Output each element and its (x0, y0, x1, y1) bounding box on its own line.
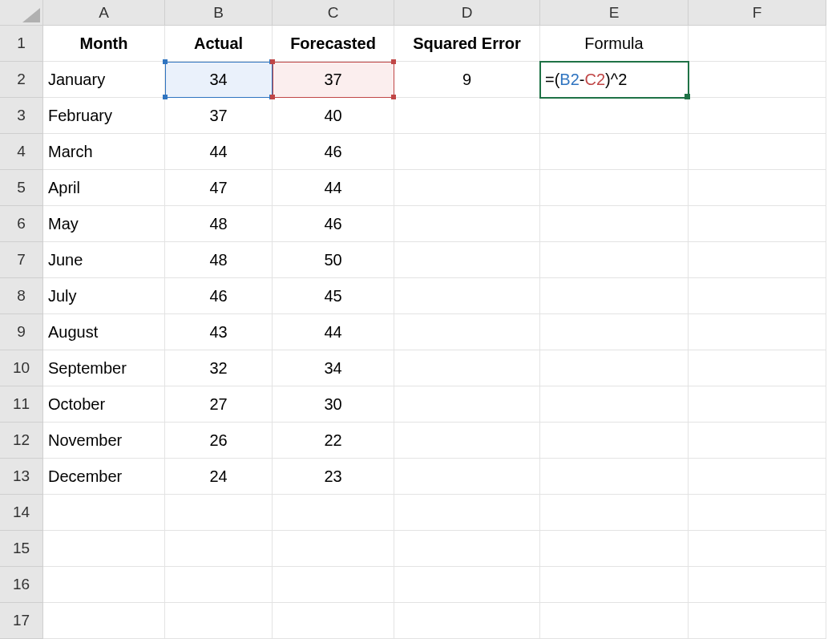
cell-C13[interactable]: 23 (273, 459, 394, 495)
cell-D17[interactable] (394, 603, 540, 639)
cell-C16[interactable] (273, 567, 394, 603)
cell-E2[interactable]: =(B2-C2)^2 (540, 62, 689, 98)
cell-A7[interactable]: June (43, 242, 165, 278)
cell-D11[interactable] (394, 386, 540, 423)
cell-F1[interactable] (689, 26, 826, 62)
cell-E15[interactable] (540, 531, 689, 567)
cell-B13[interactable]: 24 (165, 459, 273, 495)
cell-C10[interactable]: 34 (273, 350, 394, 386)
cell-A1[interactable]: Month (43, 26, 165, 62)
cell-C8[interactable]: 45 (273, 278, 394, 314)
cell-A12[interactable]: November (43, 423, 165, 459)
cell-D1[interactable]: Squared Error (394, 26, 540, 62)
cell-D13[interactable] (394, 459, 540, 495)
cell-B15[interactable] (165, 531, 273, 567)
cell-C4[interactable]: 46 (273, 134, 394, 170)
cell-E1[interactable]: Formula (540, 26, 689, 62)
row-header[interactable]: 4 (0, 134, 43, 170)
cell-C3[interactable]: 40 (273, 98, 394, 134)
row-header[interactable]: 9 (0, 314, 43, 350)
cell-F8[interactable] (689, 278, 826, 314)
row-header[interactable]: 12 (0, 423, 43, 459)
row-header[interactable]: 6 (0, 206, 43, 242)
cell-E9[interactable] (540, 314, 689, 350)
cell-F5[interactable] (689, 170, 826, 206)
row-header[interactable]: 17 (0, 603, 43, 639)
cell-B5[interactable]: 47 (165, 170, 273, 206)
cell-B9[interactable]: 43 (165, 314, 273, 350)
cell-C15[interactable] (273, 531, 394, 567)
cell-B3[interactable]: 37 (165, 98, 273, 134)
cell-F14[interactable] (689, 495, 826, 531)
cell-C11[interactable]: 30 (273, 386, 394, 423)
row-header[interactable]: 1 (0, 26, 43, 62)
cell-D4[interactable] (394, 134, 540, 170)
cell-F13[interactable] (689, 459, 826, 495)
cell-B10[interactable]: 32 (165, 350, 273, 386)
cell-A14[interactable] (43, 495, 165, 531)
cell-F15[interactable] (689, 531, 826, 567)
row-header[interactable]: 14 (0, 495, 43, 531)
cell-C2[interactable]: 37 (273, 62, 394, 98)
cell-B14[interactable] (165, 495, 273, 531)
cell-D16[interactable] (394, 567, 540, 603)
cell-F10[interactable] (689, 350, 826, 386)
cell-F9[interactable] (689, 314, 826, 350)
cell-D8[interactable] (394, 278, 540, 314)
cell-A17[interactable] (43, 603, 165, 639)
cell-B8[interactable]: 46 (165, 278, 273, 314)
row-header[interactable]: 3 (0, 98, 43, 134)
cell-F11[interactable] (689, 386, 826, 423)
cell-F4[interactable] (689, 134, 826, 170)
cell-F17[interactable] (689, 603, 826, 639)
cell-D10[interactable] (394, 350, 540, 386)
cell-E16[interactable] (540, 567, 689, 603)
cell-A5[interactable]: April (43, 170, 165, 206)
cell-A15[interactable] (43, 531, 165, 567)
cell-E5[interactable] (540, 170, 689, 206)
cell-F6[interactable] (689, 206, 826, 242)
row-header[interactable]: 15 (0, 531, 43, 567)
col-header-F[interactable]: F (689, 0, 826, 26)
cell-D5[interactable] (394, 170, 540, 206)
cell-C6[interactable]: 46 (273, 206, 394, 242)
cell-C14[interactable] (273, 495, 394, 531)
cell-B12[interactable]: 26 (165, 423, 273, 459)
cell-E17[interactable] (540, 603, 689, 639)
cell-B11[interactable]: 27 (165, 386, 273, 423)
cell-C1[interactable]: Forecasted (273, 26, 394, 62)
row-header[interactable]: 11 (0, 386, 43, 423)
cell-E11[interactable] (540, 386, 689, 423)
cell-D7[interactable] (394, 242, 540, 278)
cell-C9[interactable]: 44 (273, 314, 394, 350)
cell-B4[interactable]: 44 (165, 134, 273, 170)
cell-B1[interactable]: Actual (165, 26, 273, 62)
cell-E12[interactable] (540, 423, 689, 459)
cell-D6[interactable] (394, 206, 540, 242)
cell-F7[interactable] (689, 242, 826, 278)
row-header[interactable]: 2 (0, 62, 43, 98)
row-header[interactable]: 13 (0, 459, 43, 495)
cell-C12[interactable]: 22 (273, 423, 394, 459)
cell-C5[interactable]: 44 (273, 170, 394, 206)
cell-B16[interactable] (165, 567, 273, 603)
spreadsheet-grid[interactable]: A B C D E F 1 Month Actual Forecasted Sq… (0, 0, 840, 639)
col-header-D[interactable]: D (394, 0, 540, 26)
cell-E14[interactable] (540, 495, 689, 531)
cell-E4[interactable] (540, 134, 689, 170)
cell-A2[interactable]: January (43, 62, 165, 98)
cell-A4[interactable]: March (43, 134, 165, 170)
cell-E13[interactable] (540, 459, 689, 495)
cell-A11[interactable]: October (43, 386, 165, 423)
cell-E10[interactable] (540, 350, 689, 386)
cell-E7[interactable] (540, 242, 689, 278)
cell-A6[interactable]: May (43, 206, 165, 242)
cell-F2[interactable] (689, 62, 826, 98)
select-all-corner[interactable] (0, 0, 43, 26)
col-header-C[interactable]: C (273, 0, 394, 26)
cell-A10[interactable]: September (43, 350, 165, 386)
cell-C7[interactable]: 50 (273, 242, 394, 278)
cell-B2[interactable]: 34 (165, 62, 273, 98)
cell-E6[interactable] (540, 206, 689, 242)
cell-D15[interactable] (394, 531, 540, 567)
